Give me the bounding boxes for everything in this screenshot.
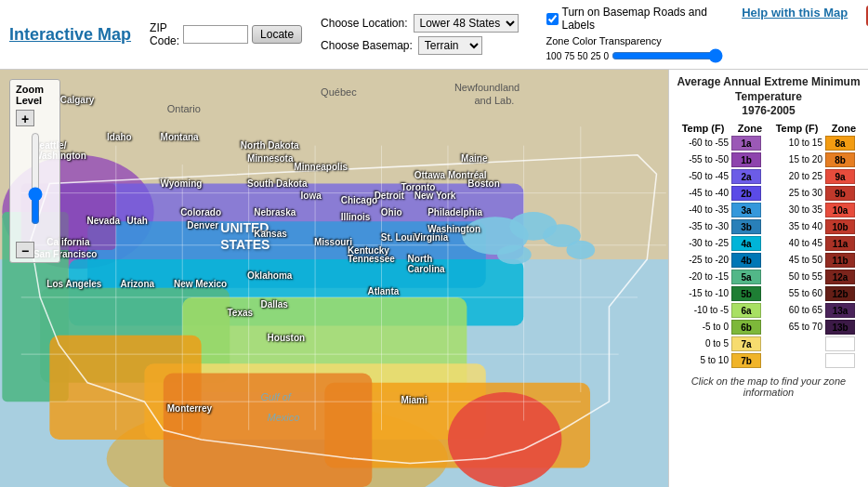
zoom-slider[interactable] (26, 132, 45, 225)
legend-row[interactable]: -5 to 0 6b 65 to 70 13b (675, 320, 862, 335)
svg-point-33 (497, 245, 532, 264)
slider-val-0: 0 (604, 51, 610, 61)
legend-row[interactable]: -15 to -10 5b 55 to 60 12b (675, 286, 862, 301)
zoom-out-button[interactable]: − (16, 242, 34, 258)
help-link[interactable]: Help with this Map (742, 6, 848, 20)
svg-point-32 (567, 241, 596, 259)
legend-row[interactable]: -35 to -30 3b 35 to 40 10b (675, 219, 862, 234)
legend-row[interactable]: -20 to -15 5a 50 to 55 12a (675, 270, 862, 284)
legend-row[interactable]: -40 to -35 3a 30 to 35 10a (675, 203, 862, 217)
slider-val-50: 50 (577, 51, 587, 61)
slider-val-25: 25 (590, 51, 600, 61)
app-title[interactable]: Interactive Map (9, 25, 131, 45)
svg-rect-14 (164, 374, 373, 487)
slider-val-75: 75 (564, 51, 574, 61)
legend-row[interactable]: -25 to -20 4b 45 to 50 11b (675, 253, 862, 268)
svg-point-11 (448, 392, 561, 487)
legend-panel: Average Annual Extreme Minimum Temperatu… (668, 70, 868, 487)
legend-rows: -60 to -55 1a 10 to 15 8a -55 to -50 1b … (675, 136, 862, 368)
transparency-slider[interactable] (612, 48, 723, 63)
zip-input[interactable] (183, 25, 248, 44)
location-label: Choose Location: (321, 17, 407, 30)
legend-row[interactable]: 5 to 10 7b (675, 353, 862, 368)
zoom-control: Zoom Level + − (9, 79, 60, 263)
basemap-select[interactable]: Terrain Satellite Street (418, 36, 482, 55)
zip-label: ZIP Code: (150, 21, 179, 47)
legend-row[interactable]: -55 to -50 1b 15 to 20 8b (675, 152, 862, 167)
zoom-title: Zoom Level (16, 84, 54, 106)
location-select[interactable]: Lower 48 States Alaska Hawaii Puerto Ric… (414, 14, 519, 33)
zoom-in-button[interactable]: + (16, 110, 34, 126)
slider-val-100: 100 (546, 51, 562, 61)
map-area[interactable]: Ontario Québec Newfoundland and Lab. Cal… (0, 70, 668, 487)
legend-footer: Click on the map to find your zone infor… (675, 375, 862, 398)
legend-title: Average Annual Extreme Minimum Temperatu… (675, 75, 862, 119)
roads-label: Turn on Basemap Roads and Labels (562, 6, 724, 32)
transparency-label: Zone Color Transparency (546, 35, 724, 46)
legend-row[interactable]: 0 to 5 7a (675, 336, 862, 351)
basemap-label: Choose Basemap: (321, 39, 413, 52)
legend-row[interactable]: -30 to -25 4a 40 to 45 11a (675, 236, 862, 251)
legend-row[interactable]: -60 to -55 1a 10 to 15 8a (675, 136, 862, 151)
legend-headers: Temp (F) Zone Temp (F) Zone (675, 123, 862, 134)
legend-row[interactable]: -10 to -5 6a 60 to 65 13a (675, 303, 862, 318)
legend-row[interactable]: -45 to -40 2b 25 to 30 9b (675, 186, 862, 201)
legend-row[interactable]: -50 to -45 2a 20 to 25 9a (675, 169, 862, 184)
roads-checkbox[interactable] (546, 13, 559, 25)
locate-button[interactable]: Locate (252, 25, 302, 44)
